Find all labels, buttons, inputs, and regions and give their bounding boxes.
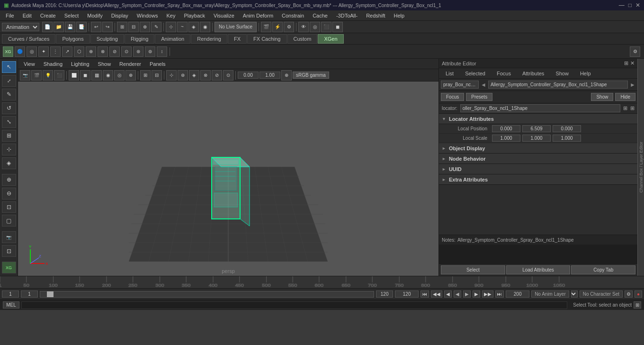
vp-depth-of-field-btn[interactable]: ⊕ [125, 70, 136, 81]
expand-icon-1[interactable]: ⊞ [623, 105, 627, 111]
start-frame-input[interactable] [2, 291, 19, 298]
universal-tool-btn[interactable]: ⊞ [2, 130, 16, 142]
timeline-track[interactable]: 1 50 100 150 200 250 300 350 400 450 500… [0, 276, 644, 288]
menu-cache[interactable]: Cache [309, 12, 331, 19]
object-name-full[interactable]: Allergy_Symptom_Controller_Spray_Box_ncl… [488, 81, 628, 89]
range-end-input[interactable] [395, 291, 419, 298]
paint-select-btn[interactable]: ✎ [151, 22, 161, 32]
undo-btn[interactable]: ↩ [91, 22, 101, 32]
settings-btn[interactable]: ⚙ [630, 46, 640, 57]
save-as-btn[interactable]: 📑 [76, 22, 87, 32]
next-keyframe-btn[interactable]: ▶ [473, 291, 480, 298]
auto-key-btn[interactable]: ● [635, 291, 642, 298]
maximize-button[interactable]: □ [628, 2, 632, 9]
nav-prev-btn[interactable]: ◄ [481, 82, 486, 88]
show-btn[interactable]: ⊕ [2, 174, 16, 186]
prev-keyframe-btn[interactable]: ◀ [444, 291, 452, 298]
play-back-btn[interactable]: ◀ [454, 291, 461, 298]
vp-hud-btn[interactable]: ⊟ [152, 70, 162, 81]
local-scale-z[interactable] [553, 135, 581, 142]
tab-curves-surfaces[interactable]: Curves / Surfaces [2, 34, 55, 44]
vp-grid-btn[interactable]: ⊞ [140, 70, 151, 81]
open-scene-btn[interactable]: 📁 [54, 22, 64, 32]
step-back-btn[interactable]: ◀◀ [431, 291, 442, 298]
vp-camera-btn[interactable]: 📷 [20, 70, 30, 81]
node-behavior-section[interactable]: ► Node Behavior [439, 154, 637, 164]
panel-close-btn[interactable]: ✕ [630, 60, 635, 66]
xgen-icon-12[interactable]: ⊛ [133, 46, 143, 57]
camera-tool-btn[interactable]: 📷 [2, 231, 16, 243]
vp-more3[interactable]: ◈ [189, 70, 199, 81]
attr-tab-attributes[interactable]: Attributes [518, 70, 549, 77]
show-btn[interactable]: Show [591, 93, 613, 101]
xgen-icon-4[interactable]: ✦ [38, 46, 49, 57]
menu-modify[interactable]: Modify [83, 12, 106, 19]
channel-box-tab[interactable]: Channel Box / Layer Editor [637, 59, 644, 276]
isolate-btn[interactable]: ◎ [310, 22, 320, 32]
menu-create[interactable]: Create [36, 12, 60, 19]
tab-polygons[interactable]: Polygons [56, 34, 89, 44]
rotate-tool-btn[interactable]: ↺ [2, 102, 16, 114]
menu-help[interactable]: Help [390, 12, 409, 19]
tab-custom[interactable]: Custom [287, 34, 318, 44]
menu-anim-deform[interactable]: Anim Deform [239, 12, 277, 19]
xgen-icon-10[interactable]: ⊘ [109, 46, 120, 57]
show-hide-btn[interactable]: 👁 [298, 22, 309, 32]
copy-tab-btn[interactable]: Copy Tab [571, 265, 635, 274]
attr-tab-help[interactable]: Help [575, 70, 596, 77]
end-frame-input[interactable] [376, 291, 393, 298]
menu-file[interactable]: File [2, 12, 18, 19]
load-attrs-btn[interactable]: Load Attributes [506, 265, 571, 274]
vp-more5[interactable]: ⊘ [212, 70, 222, 81]
menu-select[interactable]: Select [61, 12, 83, 19]
locator-field[interactable]: oller_Spray_Box_ncl1_1Shape [460, 104, 620, 112]
vp-shading-btn[interactable]: ⬛ [54, 70, 64, 81]
anim-slider[interactable] [40, 291, 374, 298]
region-tool-btn[interactable]: ⊡ [2, 245, 16, 257]
shaded-btn[interactable]: ◼ [332, 22, 343, 32]
live-surface-btn[interactable]: No Live Surface [215, 22, 257, 32]
local-scale-x[interactable] [492, 135, 520, 142]
tab-xgen[interactable]: XGen [318, 34, 343, 44]
go-end-btn[interactable]: ⏭ [495, 291, 504, 298]
menu-3dto-all[interactable]: -3DToAll- [332, 12, 361, 19]
viewport-num1[interactable]: 0.00 [238, 72, 259, 79]
new-scene-btn[interactable]: 📄 [42, 22, 53, 32]
xgen-brush-btn[interactable]: XG [2, 262, 16, 273]
locator-attrs-section[interactable]: ▼ Locator Attributes [439, 114, 637, 124]
xgen-icon-7[interactable]: ⬡ [74, 46, 84, 57]
viewport-canvas[interactable]: X Y Z persp [18, 82, 438, 276]
select-tool-btn[interactable]: ↖ [2, 61, 16, 73]
notes-text-area[interactable] [439, 245, 637, 263]
select-by-component-btn[interactable]: ⊟ [128, 22, 139, 32]
attr-tab-show[interactable]: Show [551, 70, 573, 77]
viewport-menu-lighting[interactable]: Lighting [67, 60, 93, 68]
menu-windows[interactable]: Windows [133, 12, 162, 19]
render-settings-btn[interactable]: ⚙ [284, 22, 294, 32]
nav-next-btn[interactable]: ► [630, 82, 635, 88]
soft-select-btn[interactable]: ⊹ [2, 144, 16, 155]
snap-to-point-btn[interactable]: ◈ [188, 22, 199, 32]
local-pos-y[interactable] [522, 125, 551, 132]
select-by-hierarchy-btn[interactable]: ⊞ [117, 22, 127, 32]
object-display-section[interactable]: ► Object Display [439, 143, 637, 154]
script-editor-btn[interactable]: ⊞ [634, 301, 641, 309]
paint-tool-btn[interactable]: ✎ [2, 89, 16, 100]
play-fwd-btn[interactable]: ▶ [463, 291, 471, 298]
focus-btn[interactable]: Focus [441, 93, 464, 101]
menu-visualize[interactable]: Visualize [210, 12, 238, 19]
workflow-dropdown[interactable]: Animation [2, 23, 39, 31]
vp-wireframe-btn[interactable]: ⬜ [69, 70, 79, 81]
xgen-icon-9[interactable]: ⊗ [98, 46, 108, 57]
xgen-icon-6[interactable]: ↗ [62, 46, 72, 57]
anim-layer-dropdown[interactable]: ▼ [571, 291, 578, 298]
tab-fx[interactable]: FX [228, 34, 247, 44]
menu-edit[interactable]: Edit [19, 12, 36, 19]
vp-anti-alias-btn[interactable]: ◎ [114, 70, 125, 81]
vp-num3-btn[interactable]: ⊕ [281, 70, 292, 81]
menu-constrain[interactable]: Constrain [278, 12, 308, 19]
vp-textured-btn[interactable]: ▦ [91, 70, 102, 81]
local-pos-z[interactable] [553, 125, 581, 132]
uuid-section[interactable]: ► UUID [439, 164, 637, 174]
xgen-icon-14[interactable]: ↕ [157, 46, 167, 57]
